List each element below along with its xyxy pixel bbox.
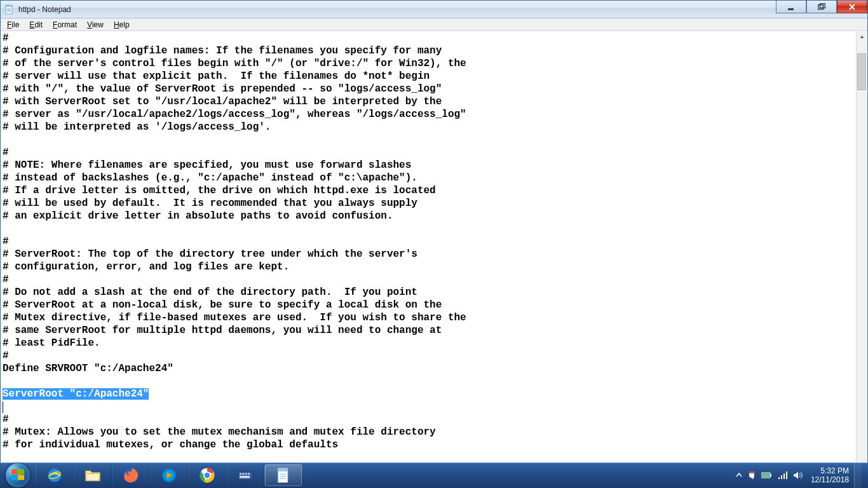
taskbar-notepad[interactable] [264, 464, 302, 486]
firefox-icon [122, 466, 140, 484]
notepad-window: httpd - Notepad File Edit Format View He… [0, 0, 868, 470]
tray-network-icon[interactable] [778, 471, 788, 480]
menu-edit[interactable]: Edit [24, 19, 48, 30]
menu-file[interactable]: File [2, 19, 24, 30]
menu-format[interactable]: Format [48, 19, 82, 30]
tray-volume-icon[interactable] [793, 471, 803, 480]
start-button[interactable] [0, 463, 36, 488]
title-bar[interactable]: httpd - Notepad [1, 1, 867, 18]
svg-rect-5 [788, 8, 794, 10]
svg-rect-31 [781, 475, 782, 479]
selected-text: ServerRoot "c:/Apache24" [3, 388, 149, 400]
menu-bar: File Edit Format View Help [1, 18, 867, 31]
taskbar-media-player[interactable] [150, 464, 188, 486]
notepad-taskbar-icon [275, 466, 292, 484]
menu-view[interactable]: View [82, 19, 109, 30]
notepad-icon [4, 4, 15, 15]
folder-icon [84, 466, 102, 484]
menu-help[interactable]: Help [109, 19, 135, 30]
text-editor[interactable]: # # Configuration and logfile names: If … [1, 32, 856, 469]
svg-rect-28 [770, 474, 771, 477]
svg-rect-7 [820, 3, 825, 8]
editor-area: # # Configuration and logfile names: If … [1, 32, 867, 469]
scroll-up-button[interactable] [857, 32, 867, 43]
svg-rect-16 [240, 473, 241, 475]
show-desktop-button[interactable] [854, 463, 862, 488]
tray-show-hidden-icons[interactable] [736, 472, 742, 478]
caret [3, 402, 3, 413]
svg-rect-30 [778, 477, 780, 479]
tray-clock[interactable]: 5:32 PM 12/11/2018 [811, 466, 849, 484]
svg-rect-17 [243, 473, 245, 475]
maximize-button[interactable] [806, 1, 837, 13]
svg-rect-18 [245, 473, 247, 475]
close-button[interactable] [837, 1, 867, 13]
svg-rect-33 [786, 471, 787, 479]
system-tray: 5:32 PM 12/11/2018 [731, 463, 868, 488]
taskbar[interactable]: 5:32 PM 12/11/2018 [0, 463, 868, 488]
svg-point-14 [204, 472, 211, 479]
taskbar-firefox[interactable] [112, 464, 150, 486]
svg-rect-1 [6, 5, 12, 7]
tray-action-center-icon[interactable] [747, 471, 756, 480]
window-controls [776, 1, 867, 13]
tray-battery-icon[interactable] [761, 471, 773, 479]
taskbar-ie[interactable] [36, 464, 74, 486]
keyboard-icon [236, 466, 254, 484]
chrome-icon [198, 466, 216, 484]
svg-rect-6 [818, 4, 824, 9]
svg-rect-22 [278, 468, 288, 471]
svg-rect-29 [763, 473, 770, 477]
window-title: httpd - Notepad [18, 5, 71, 14]
taskbar-chrome[interactable] [188, 464, 226, 486]
svg-rect-32 [783, 473, 785, 479]
minimize-button[interactable] [776, 1, 806, 13]
vertical-scrollbar[interactable] [856, 32, 867, 469]
tray-date: 12/11/2018 [811, 475, 849, 484]
svg-rect-20 [240, 476, 250, 478]
taskbar-explorer[interactable] [74, 464, 112, 486]
ie-icon [46, 466, 64, 484]
start-orb-icon [6, 463, 30, 487]
svg-rect-26 [749, 471, 754, 473]
text-pre: # # Configuration and logfile names: If … [3, 32, 466, 374]
text-post: # # Mutex: Allows you to set the mutex m… [3, 414, 436, 451]
svg-rect-15 [238, 471, 253, 480]
taskbar-onscreen-keyboard[interactable] [226, 464, 264, 486]
scroll-thumb[interactable] [857, 53, 866, 90]
media-player-icon [160, 466, 178, 484]
svg-rect-19 [248, 473, 250, 475]
tray-time: 5:32 PM [811, 466, 849, 475]
